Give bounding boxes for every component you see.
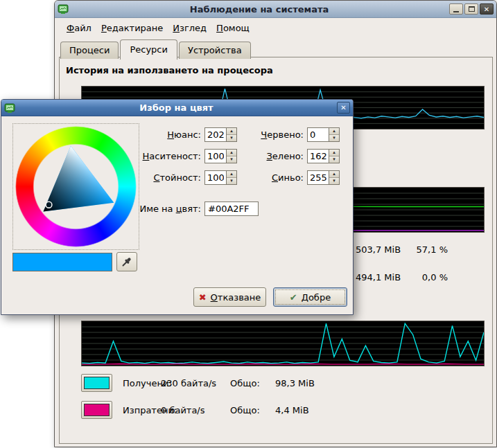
- ok-icon: ✔: [290, 292, 297, 303]
- value-input[interactable]: [205, 171, 226, 184]
- received-color-swatch: [84, 377, 110, 389]
- received-rate: 230 байта/s: [161, 378, 216, 388]
- memory-used-value: 503,7 MiB: [356, 244, 401, 255]
- menu-view[interactable]: Изглед: [173, 23, 207, 33]
- dialog-close-button[interactable]: ✕: [337, 102, 350, 114]
- green-spinbox[interactable]: ▴▾: [307, 149, 340, 163]
- cancel-icon: ✖: [199, 292, 207, 303]
- maximize-button[interactable]: [464, 3, 478, 15]
- tab-resources[interactable]: Ресурси: [120, 39, 177, 60]
- blue-up-button[interactable]: ▴: [329, 171, 339, 177]
- blue-down-button[interactable]: ▾: [329, 177, 339, 184]
- menu-edit[interactable]: Редактиране: [101, 23, 163, 33]
- tab-processes[interactable]: Процеси: [60, 42, 119, 59]
- green-up-button[interactable]: ▴: [329, 150, 339, 156]
- red-down-button[interactable]: ▾: [329, 134, 339, 141]
- sent-rate: 0 байта/s: [161, 405, 205, 415]
- color-picker-dialog: Избор на цвят ✕ Нюанс: ▴▾: [1, 99, 354, 315]
- received-color-button[interactable]: [81, 374, 112, 392]
- memory-used-percent: 57,1 %: [399, 244, 448, 255]
- red-label: Червено:: [232, 129, 304, 140]
- received-total: 98,3 MiB: [275, 378, 315, 388]
- blue-spinbox[interactable]: ▴▾: [307, 170, 340, 185]
- ok-button[interactable]: ✔ Добре: [273, 287, 347, 307]
- menu-file[interactable]: Файл: [67, 23, 91, 33]
- blue-label: Синьо:: [232, 172, 304, 183]
- main-titlebar[interactable]: Наблюдение на системата ✕: [55, 1, 496, 18]
- hue-label: Нюанс:: [125, 129, 201, 140]
- color-name-label: Име на цвят:: [12, 204, 201, 214]
- color-name-input[interactable]: [204, 201, 259, 216]
- tab-devices[interactable]: Устройства: [179, 42, 251, 59]
- sent-total: 4,4 MiB: [275, 405, 309, 415]
- ok-button-label: Добре: [302, 292, 331, 303]
- hue-input[interactable]: [205, 128, 226, 141]
- red-spinbox[interactable]: ▴▾: [307, 127, 340, 142]
- dialog-app-icon: [4, 102, 16, 114]
- green-input[interactable]: [308, 150, 329, 163]
- notebook-tabs: Процеси Ресурси Устройства: [60, 39, 252, 59]
- dialog-title: Избор на цвят: [19, 102, 334, 113]
- swap-used-value: 494,1 MiB: [356, 272, 401, 283]
- main-window-title: Наблюдение на системата: [72, 4, 446, 15]
- network-history-graph: [81, 321, 485, 366]
- blue-input[interactable]: [308, 171, 329, 184]
- green-label: Зелено:: [232, 151, 304, 161]
- saturation-label: Наситеност:: [125, 151, 201, 161]
- hsv-color-wheel[interactable]: [12, 123, 139, 250]
- maximize-icon: [469, 6, 475, 12]
- received-total-label: Общо:: [230, 378, 260, 388]
- red-up-button[interactable]: ▴: [329, 128, 339, 134]
- sent-color-swatch: [84, 404, 110, 416]
- menubar: Файл Редактиране Изглед Помощ: [55, 19, 496, 37]
- sent-color-button[interactable]: [81, 401, 112, 419]
- minimize-icon: [453, 11, 459, 12]
- dialog-titlebar[interactable]: Избор на цвят ✕: [1, 100, 353, 116]
- menu-help[interactable]: Помощ: [216, 23, 250, 33]
- cancel-button[interactable]: ✖ Отказване: [193, 287, 266, 307]
- saturation-input[interactable]: [205, 150, 226, 163]
- cpu-section-title: История на използването на процесора: [66, 65, 273, 75]
- system-monitor-app-icon: [58, 3, 69, 15]
- eyedropper-icon: [121, 256, 132, 267]
- sent-total-label: Общо:: [230, 405, 260, 415]
- minimize-button[interactable]: [449, 3, 463, 15]
- color-preview-swatch: [12, 253, 112, 271]
- value-label: Стойност:: [125, 172, 201, 183]
- sv-triangle[interactable]: [13, 124, 139, 249]
- eyedropper-button[interactable]: [116, 252, 137, 271]
- red-input[interactable]: [308, 128, 329, 141]
- green-down-button[interactable]: ▾: [329, 156, 339, 163]
- swap-used-percent: 0,0 %: [399, 272, 448, 283]
- cancel-button-label: Отказване: [211, 292, 261, 303]
- close-button[interactable]: ✕: [480, 3, 494, 15]
